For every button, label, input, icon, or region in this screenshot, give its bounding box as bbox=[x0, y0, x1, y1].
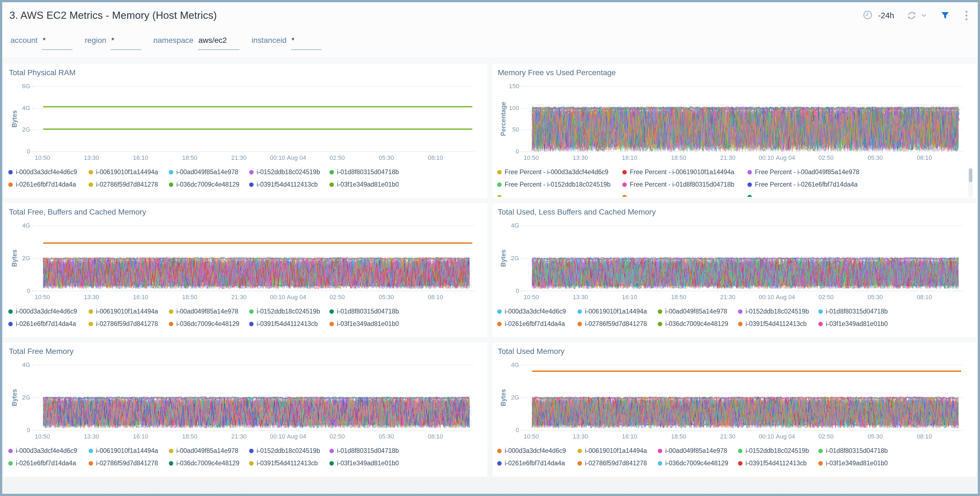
legend-item[interactable]: i-01d8f80315d04718b bbox=[329, 166, 410, 178]
legend-item[interactable]: i-02786f59d7d841278 bbox=[578, 457, 658, 469]
legend-item[interactable]: i-02786f59d7d841278 bbox=[578, 318, 658, 330]
chart-canvas-total-free-buffers-and-cached-memory[interactable] bbox=[8, 219, 483, 301]
legend-item[interactable]: Free Percent - i-0152ddb18c024519b bbox=[497, 178, 622, 191]
kebab-menu-icon[interactable] bbox=[962, 10, 970, 21]
legend-item[interactable]: i-02786f59d7d841278 bbox=[89, 178, 169, 191]
legend-item[interactable]: i-01d8f80315d04718b bbox=[818, 305, 899, 318]
chevron-down-icon[interactable] bbox=[920, 11, 928, 20]
legend-item[interactable]: i-0391f54d4112413cb bbox=[249, 178, 329, 191]
legend-item[interactable]: i-00619010f1a14494a bbox=[89, 445, 169, 457]
legend-item[interactable]: Free Percent - i-000d3a3dcf4e4d6c9 bbox=[497, 166, 622, 178]
legend-item[interactable]: i-00ad049f85a14e978 bbox=[658, 305, 738, 318]
legend-item[interactable]: i-01d8f80315d04718b bbox=[818, 445, 899, 457]
legend-item[interactable]: i-03f1e349ad81e01b0 bbox=[329, 178, 410, 191]
legend-item[interactable]: i-0261e6fbf7d14da4a bbox=[497, 457, 578, 469]
legend-item[interactable]: i-02786f59d7d841278 bbox=[89, 318, 169, 330]
legend-dot bbox=[8, 449, 13, 453]
legend-item[interactable]: i-0391f54d4112413cb bbox=[738, 318, 818, 330]
legend-label: i-00619010f1a14494a bbox=[96, 168, 158, 176]
legend-item[interactable]: Free Percent - i-0261e6fbf7d14da4a bbox=[748, 178, 873, 191]
legend-item[interactable]: i-03f1e349ad81e01b0 bbox=[329, 318, 410, 330]
legend-dot bbox=[497, 309, 502, 314]
refresh-icon[interactable] bbox=[906, 10, 917, 21]
legend-item[interactable]: i-000d3a3dcf4e4d6c9 bbox=[8, 166, 89, 178]
legend-item[interactable]: i-02786f59d7d841278 bbox=[89, 457, 169, 469]
legend-dot bbox=[169, 461, 173, 466]
legend-item-partial[interactable] bbox=[622, 191, 748, 197]
time-range-control[interactable]: -24h bbox=[862, 10, 894, 21]
legend-dot bbox=[738, 309, 743, 314]
legend-dot bbox=[658, 461, 662, 466]
legend-label: i-036dc7009c4e48129 bbox=[665, 320, 729, 328]
legend-item[interactable]: i-0261e6fbf7d14da4a bbox=[8, 457, 89, 469]
filter-region-input[interactable]: * bbox=[111, 36, 141, 50]
legend-item[interactable]: i-00619010f1a14494a bbox=[89, 305, 169, 318]
legend-scrollbar-thumb[interactable] bbox=[969, 168, 972, 182]
legend-item[interactable]: i-036dc7009c4e48129 bbox=[169, 457, 249, 469]
legend-item[interactable]: i-03f1e349ad81e01b0 bbox=[818, 318, 899, 330]
legend-item[interactable]: i-036dc7009c4e48129 bbox=[169, 178, 249, 191]
legend-item[interactable]: i-0261e6fbf7d14da4a bbox=[497, 318, 578, 330]
time-range-label[interactable]: -24h bbox=[878, 11, 894, 20]
legend-dot bbox=[8, 170, 13, 174]
chart-legend: i-000d3a3dcf4e4d6c9i-00619010f1a14494ai-… bbox=[497, 305, 972, 330]
legend-item[interactable]: i-0391f54d4112413cb bbox=[249, 457, 329, 469]
legend-label: Free Percent - i-0261e6fbf7d14da4a bbox=[755, 181, 858, 188]
filter-icon[interactable] bbox=[940, 11, 950, 21]
panel-title: Total Free, Buffers and Cached Memory bbox=[9, 208, 483, 217]
legend-item[interactable]: i-0391f54d4112413cb bbox=[249, 318, 329, 330]
legend-item[interactable]: i-00619010f1a14494a bbox=[578, 305, 658, 318]
legend-item[interactable]: i-0152ddb18c024519b bbox=[249, 445, 329, 457]
legend-item[interactable]: i-00ad049f85a14e978 bbox=[169, 166, 249, 178]
legend-item[interactable]: i-01d8f80315d04718b bbox=[329, 305, 410, 318]
legend-item[interactable]: i-036dc7009c4e48129 bbox=[658, 457, 738, 469]
legend-item[interactable]: i-00ad049f85a14e978 bbox=[169, 445, 249, 457]
legend-item[interactable]: i-0152ddb18c024519b bbox=[738, 445, 818, 457]
chart-canvas-total-used-less-buffers-and-cached-memory[interactable] bbox=[497, 219, 972, 301]
legend-item[interactable]: i-036dc7009c4e48129 bbox=[658, 318, 738, 330]
legend-item[interactable]: i-0391f54d4112413cb bbox=[738, 457, 818, 469]
legend-item[interactable]: i-00619010f1a14494a bbox=[578, 445, 658, 457]
filter-label: account bbox=[11, 36, 38, 45]
legend-item[interactable]: i-0152ddb18c024519b bbox=[738, 305, 818, 318]
filter-instanceid-input[interactable]: * bbox=[291, 36, 321, 50]
chart-legend: i-000d3a3dcf4e4d6c9i-00619010f1a14494ai-… bbox=[8, 445, 483, 469]
legend-item[interactable]: i-00ad049f85a14e978 bbox=[658, 445, 738, 457]
filter-account-input[interactable]: * bbox=[42, 36, 73, 50]
legend-scrollbar[interactable] bbox=[968, 167, 973, 197]
legend-label: i-00619010f1a14494a bbox=[96, 447, 158, 455]
legend-item[interactable]: i-0152ddb18c024519b bbox=[249, 305, 329, 318]
legend-label: Free Percent - i-0152ddb18c024519b bbox=[505, 181, 611, 188]
legend-label: i-03f1e349ad81e01b0 bbox=[826, 460, 888, 467]
legend-item[interactable]: i-036dc7009c4e48129 bbox=[169, 318, 249, 330]
legend-item[interactable]: i-0152ddb18c024519b bbox=[249, 166, 329, 178]
legend-item[interactable]: i-0261e6fbf7d14da4a bbox=[8, 318, 89, 330]
legend-item[interactable]: i-01d8f80315d04718b bbox=[329, 445, 410, 457]
chart-canvas-total-used-memory[interactable] bbox=[497, 358, 972, 441]
legend-label: i-036dc7009c4e48129 bbox=[177, 320, 239, 328]
legend-dot bbox=[748, 195, 752, 197]
legend-label: i-000d3a3dcf4e4d6c9 bbox=[16, 168, 77, 176]
chart-canvas-total-free-memory[interactable] bbox=[8, 358, 483, 441]
legend-item[interactable]: i-000d3a3dcf4e4d6c9 bbox=[8, 445, 89, 457]
legend-label: i-0152ddb18c024519b bbox=[746, 447, 809, 455]
legend-item[interactable]: i-000d3a3dcf4e4d6c9 bbox=[497, 305, 578, 318]
legend-item[interactable]: i-03f1e349ad81e01b0 bbox=[329, 457, 410, 469]
legend-item[interactable]: Free Percent - i-01d8f80315d04718b bbox=[622, 178, 748, 191]
legend-item[interactable]: i-03f1e349ad81e01b0 bbox=[818, 457, 899, 469]
legend-item[interactable]: i-0261e6fbf7d14da4a bbox=[8, 178, 89, 191]
legend-item[interactable]: i-00ad049f85a14e978 bbox=[169, 305, 249, 318]
chart-canvas-memory-free-vs-used-percentage[interactable] bbox=[497, 79, 972, 162]
legend-item[interactable]: Free Percent - i-00619010f1a14494a bbox=[622, 166, 748, 178]
legend-item[interactable]: i-000d3a3dcf4e4d6c9 bbox=[8, 305, 89, 318]
chart-canvas-total-physical-ram[interactable] bbox=[8, 79, 483, 162]
filter-namespace-input[interactable]: aws/ec2 bbox=[198, 36, 239, 50]
legend-label: i-0261e6fbf7d14da4a bbox=[16, 460, 76, 467]
dashboard-grid: Total Physical RAMi-000d3a3dcf4e4d6c9i-0… bbox=[2, 58, 978, 494]
legend-item[interactable]: Free Percent - i-00ad049f85a14e978 bbox=[748, 166, 873, 178]
legend-dot bbox=[169, 170, 173, 174]
legend-item[interactable]: i-000d3a3dcf4e4d6c9 bbox=[497, 445, 578, 457]
legend-item-partial[interactable] bbox=[748, 191, 873, 197]
legend-item[interactable]: i-00619010f1a14494a bbox=[89, 166, 169, 178]
legend-item-partial[interactable] bbox=[497, 191, 622, 197]
